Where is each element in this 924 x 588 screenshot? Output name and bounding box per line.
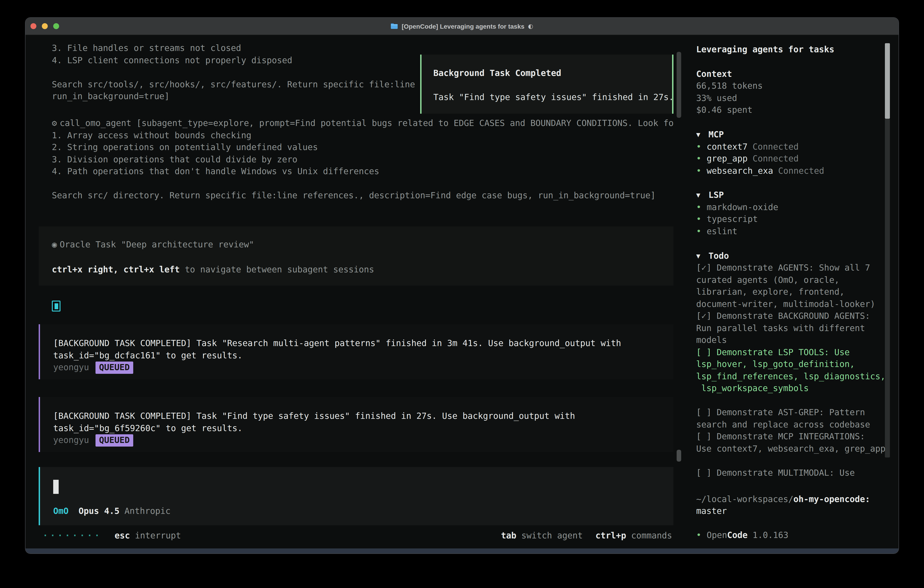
status-badge: QUEUED	[96, 362, 134, 373]
git-branch: master	[696, 505, 887, 517]
subagent-icon: ◉	[52, 239, 57, 249]
context-used: 33% used	[696, 92, 887, 104]
toast-title: Background Task Completed	[433, 67, 561, 79]
card-text-line: task_id="bg_dcfac161" to get results.	[53, 350, 670, 362]
ctrlp-key-label: commands	[631, 530, 672, 542]
todo-line: librarian, explore, frontend,	[696, 286, 887, 298]
tool-call-line: 2. String operations on potentially unde…	[52, 141, 673, 154]
todo-line: [✓] Demonstrate AGENTS: Show all 7	[696, 262, 887, 274]
gear-icon: ⚙	[52, 118, 57, 128]
card-text-line: [BACKGROUND TASK COMPLETED] Task "Resear…	[53, 337, 670, 350]
todo-line: Run parallel tasks with different	[696, 322, 887, 334]
mcp-item: •context7Connected	[696, 141, 887, 153]
status-bar-left: ········ esc interrupt	[43, 530, 181, 542]
esc-key-label: interrupt	[135, 530, 181, 542]
toast-body: Task "Find type safety issues" finished …	[433, 91, 674, 104]
tool-call-line: 3. Division operations that could divide…	[52, 154, 673, 165]
bullet-icon: •	[696, 165, 707, 177]
lsp-item: •eslint	[696, 225, 887, 237]
todo-line: search and replace across codebase	[696, 419, 887, 431]
zoom-button[interactable]	[53, 23, 59, 29]
workspace-path: ~/local-workspaces/oh-my-opencode:	[696, 493, 887, 505]
bullet-icon: •	[696, 529, 707, 542]
message-card: [BACKGROUND TASK COMPLETED] Task "Find t…	[39, 397, 673, 452]
tool-call-line	[52, 178, 673, 190]
title-bar[interactable]: [OpenCode] Leveraging agents for tasks ◐	[25, 18, 899, 35]
mcp-header: ▼MCP	[696, 129, 887, 141]
tool-call-line: ⚙call_omo_agent [subagent_type=explore, …	[52, 117, 673, 129]
opencode-window: [OpenCode] Leveraging agents for tasks ◐…	[25, 17, 899, 554]
bullet-icon: •	[696, 153, 707, 165]
input-agent-name: OmO	[53, 506, 69, 516]
oracle-hint-line: ctrl+x right, ctrl+x left to navigate be…	[52, 264, 661, 276]
collapse-arrow-icon: ▼	[696, 129, 708, 141]
todo-line: [ ] Demonstrate MCP INTEGRATIONS:	[696, 431, 887, 443]
todo-line-active: lsp_workspace_symbols	[696, 382, 887, 395]
prompt-input[interactable]: OmOOpus 4.5Anthropic	[39, 467, 673, 525]
oracle-hint-keys: ctrl+x right, ctrl+x left	[52, 265, 180, 274]
close-button[interactable]	[30, 23, 36, 29]
input-model-name: Opus 4.5	[79, 506, 120, 516]
desktop: [OpenCode] Leveraging agents for tasks ◐…	[0, 0, 924, 588]
card-author: yeongyu	[53, 362, 89, 372]
todo-line-active: lsp_hover, lsp_goto_definition,	[696, 358, 887, 370]
card-text-line: [BACKGROUND TASK COMPLETED] Task "Find t…	[53, 410, 670, 422]
omo-agent-icon	[52, 301, 61, 312]
tool-call-line: 4. Path operations that don't handle Win…	[52, 165, 673, 178]
status-bar-right: tab switch agent ctrl+p commands	[501, 530, 672, 542]
lsp-header: ▼LSP	[696, 189, 887, 201]
bullet-icon: •	[696, 225, 707, 237]
collapse-arrow-icon: ▼	[696, 250, 708, 262]
window-title: [OpenCode] Leveraging agents for tasks	[402, 23, 525, 30]
sidebar-scrollbar-track[interactable]	[885, 119, 890, 458]
tab-key-label: switch agent	[521, 530, 583, 542]
main-scrollbar-thumb[interactable]	[676, 52, 681, 118]
agent-row: OmO·claude-opus-4-5	[67, 300, 340, 312]
tool-call-block: ⚙call_omo_agent [subagent_type=explore, …	[52, 117, 673, 202]
context-tokens: 66,518 tokens	[696, 80, 887, 92]
mcp-item: •grep_appConnected	[696, 153, 887, 165]
session-indicator-icon: ◐	[528, 23, 533, 30]
window-bottom-edge	[25, 548, 899, 553]
ctrlp-key-hint: ctrl+p	[596, 530, 626, 542]
mcp-item: •websearch_exaConnected	[696, 165, 887, 177]
todo-line: Use context7, websearch_exa, grep_app	[696, 443, 887, 455]
card-meta-row: yeongyuQUEUED	[53, 434, 134, 447]
minimize-button[interactable]	[42, 23, 48, 29]
collapse-arrow-icon: ▼	[696, 189, 708, 201]
version-row: •OpenCode1.0.163	[696, 529, 887, 542]
spinner-dots-icon: ········	[43, 530, 102, 542]
session-title: Leveraging agents for tasks	[696, 44, 887, 56]
oracle-title-line: ◉Oracle Task "Deep architecture review"	[52, 239, 661, 251]
card-meta-row: yeongyuQUEUED	[53, 362, 134, 374]
lsp-item: •markdown-oxide	[696, 201, 887, 213]
status-badge: QUEUED	[96, 434, 134, 446]
message-card: [BACKGROUND TASK COMPLETED] Task "Resear…	[39, 324, 673, 379]
context-spent: $0.46 spent	[696, 104, 887, 116]
bullet-icon: •	[696, 201, 707, 213]
todo-line: [✓] Demonstrate BACKGROUND AGENTS:	[696, 310, 887, 322]
version-number: 1.0.163	[752, 530, 789, 540]
todo-line: models	[696, 334, 887, 346]
oracle-hint-text: to navigate between subagent sessions	[180, 265, 374, 274]
background-task-toast: Background Task Completed Task "Find typ…	[420, 55, 673, 114]
esc-key-hint: esc	[115, 530, 130, 542]
oracle-task-box: ◉Oracle Task "Deep architecture review" …	[39, 226, 673, 286]
todo-line: [ ] Demonstrate AST-GREP: Pattern	[696, 406, 887, 419]
todo-line-active: lsp_find_references, lsp_diagnostics,	[696, 370, 887, 382]
tool-call-line: Search src/ directory. Return specific f…	[52, 190, 673, 202]
text-cursor	[53, 480, 58, 494]
oracle-title: Oracle Task "Deep architecture review"	[60, 239, 254, 249]
model-row: OmOOpus 4.5Anthropic	[53, 505, 170, 517]
card-text-line: task_id="bg_6f59260c" to get results.	[53, 422, 670, 434]
folder-icon	[391, 23, 398, 29]
input-provider-name: Anthropic	[125, 506, 171, 516]
main-scrollbar-thumb[interactable]	[676, 450, 681, 462]
context-header: Context	[696, 68, 887, 80]
tool-call-text: call_omo_agent [subagent_type=explore, p…	[60, 118, 673, 128]
scrollback-line: 3. File handles or streams not closed	[52, 42, 673, 55]
bullet-icon: •	[696, 213, 707, 225]
tab-key-hint: tab	[501, 530, 516, 542]
sidebar-scrollbar-thumb[interactable]	[885, 43, 890, 119]
todo-line: curated agents (OmO, oracle,	[696, 274, 887, 286]
